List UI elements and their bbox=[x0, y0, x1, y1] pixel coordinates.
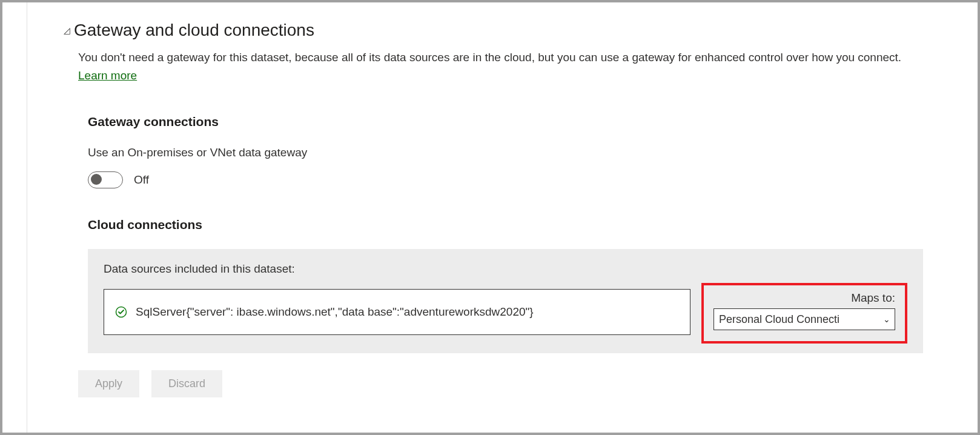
data-source-text: SqlServer{"server": ibase.windows.net","… bbox=[136, 304, 534, 321]
learn-more-link[interactable]: Learn more bbox=[78, 69, 137, 82]
data-source-box: SqlServer{"server": ibase.windows.net","… bbox=[104, 289, 690, 335]
cloud-connections-section: Cloud connections Data sources included … bbox=[88, 217, 923, 353]
toggle-knob bbox=[91, 174, 102, 185]
data-source-row: SqlServer{"server": ibase.windows.net","… bbox=[104, 289, 907, 335]
maps-to-label: Maps to: bbox=[713, 291, 895, 305]
gateway-toggle[interactable] bbox=[88, 171, 123, 188]
collapse-arrow-icon: ◿ bbox=[64, 25, 70, 35]
maps-to-select[interactable]: Personal Cloud Connecti bbox=[713, 308, 895, 330]
discard-button[interactable]: Discard bbox=[151, 370, 222, 397]
gateway-connections-title: Gateway connections bbox=[88, 115, 923, 129]
action-buttons: Apply Discard bbox=[78, 370, 923, 397]
data-sources-panel: Data sources included in this dataset: S… bbox=[88, 249, 923, 353]
maps-to-highlight: Maps to: Personal Cloud Connecti ⌄ bbox=[701, 283, 907, 344]
section-title: Gateway and cloud connections bbox=[74, 21, 314, 40]
gateway-connections-section: Gateway connections Use an On-premises o… bbox=[88, 115, 923, 188]
section-header[interactable]: ◿ Gateway and cloud connections bbox=[64, 21, 923, 40]
check-circle-icon bbox=[115, 306, 127, 318]
section-description: You don't need a gateway for this datase… bbox=[78, 48, 923, 85]
description-text: You don't need a gateway for this datase… bbox=[78, 51, 901, 64]
gateway-toggle-label: Use an On-premises or VNet data gateway bbox=[88, 146, 923, 159]
apply-button[interactable]: Apply bbox=[78, 370, 139, 397]
data-sources-label: Data sources included in this dataset: bbox=[104, 262, 907, 276]
cloud-connections-title: Cloud connections bbox=[88, 217, 923, 232]
gateway-toggle-state: Off bbox=[134, 173, 149, 187]
